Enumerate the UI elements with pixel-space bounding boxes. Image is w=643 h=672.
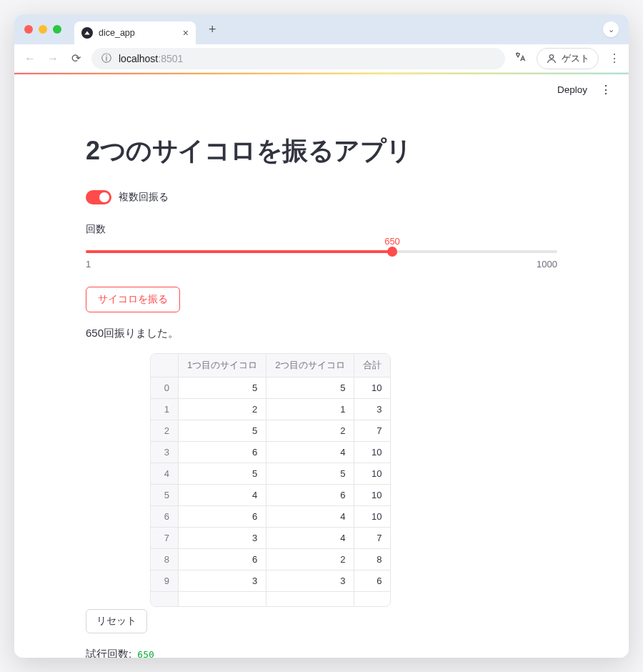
table-cell[interactable]: 4 bbox=[266, 442, 354, 463]
svg-point-0 bbox=[549, 54, 553, 58]
table-cell[interactable]: 5 bbox=[178, 420, 266, 442]
table-cell[interactable]: 3 bbox=[354, 399, 391, 420]
url-text: localhost:8501 bbox=[119, 53, 183, 64]
table-cell[interactable]: 8 bbox=[151, 549, 178, 570]
table-cell[interactable]: 2 bbox=[266, 549, 354, 570]
table-cell[interactable]: 5 bbox=[178, 377, 266, 399]
column-header[interactable]: 合計 bbox=[354, 354, 391, 377]
table-cell[interactable]: 7 bbox=[151, 528, 178, 549]
table-cell[interactable]: 2 bbox=[266, 420, 354, 442]
browser-tab[interactable]: dice_app × bbox=[74, 21, 196, 44]
maximize-window-button[interactable] bbox=[53, 25, 61, 34]
count-slider[interactable]: 650 bbox=[86, 250, 557, 253]
table-cell[interactable]: 9 bbox=[151, 570, 178, 592]
window-titlebar: dice_app × + ⌄ bbox=[14, 14, 629, 44]
tab-overflow-button[interactable]: ⌄ bbox=[603, 21, 619, 37]
table-cell[interactable]: 4 bbox=[178, 485, 266, 506]
window-controls bbox=[24, 25, 61, 34]
new-tab-button[interactable]: + bbox=[209, 22, 216, 37]
table-cell[interactable]: 10 bbox=[354, 485, 391, 506]
table-cell[interactable]: 1 bbox=[151, 399, 178, 420]
trial-count-value: 650 bbox=[137, 649, 154, 658]
table-cell[interactable]: 6 bbox=[266, 485, 354, 506]
multi-roll-toggle-row: 複数回振る bbox=[86, 190, 557, 204]
table-cell[interactable]: 3 bbox=[178, 570, 266, 592]
table-cell[interactable]: 5 bbox=[266, 377, 354, 399]
table-cell[interactable]: 5 bbox=[178, 463, 266, 485]
table-cell[interactable]: 6 bbox=[178, 442, 266, 463]
table-row[interactable]: 9336 bbox=[151, 570, 390, 592]
table-cell[interactable]: 8 bbox=[354, 549, 391, 570]
streamlit-header: Deploy ⋮ bbox=[14, 74, 629, 105]
table-cell[interactable] bbox=[178, 592, 266, 606]
multi-roll-toggle[interactable] bbox=[86, 190, 111, 204]
table-cell[interactable]: 1 bbox=[266, 399, 354, 420]
table-cell[interactable]: 0 bbox=[151, 377, 178, 399]
table-cell[interactable]: 6 bbox=[354, 570, 391, 592]
slider-max: 1000 bbox=[537, 259, 557, 270]
forward-button[interactable]: → bbox=[46, 52, 60, 65]
table-cell[interactable]: 3 bbox=[151, 442, 178, 463]
table-row[interactable] bbox=[151, 592, 390, 606]
back-button[interactable]: ← bbox=[23, 52, 37, 65]
table-cell[interactable] bbox=[151, 592, 178, 606]
reset-button[interactable]: リセット bbox=[86, 609, 147, 633]
results-table[interactable]: 1つ目のサイコロ2つ目のサイコロ合計 055101213252736410455… bbox=[150, 353, 391, 607]
table-row[interactable]: 8628 bbox=[151, 549, 390, 570]
table-cell[interactable]: 10 bbox=[354, 506, 391, 528]
trial-count-label: 試行回数: bbox=[86, 648, 131, 658]
tab-title: dice_app bbox=[99, 28, 177, 38]
column-header[interactable]: 1つ目のサイコロ bbox=[178, 354, 266, 377]
table-cell[interactable]: 10 bbox=[354, 463, 391, 485]
trial-count-row: 試行回数: 650 bbox=[86, 648, 557, 658]
column-header[interactable]: 2つ目のサイコロ bbox=[266, 354, 354, 377]
roll-dice-button[interactable]: サイコロを振る bbox=[86, 287, 180, 312]
table-cell[interactable]: 2 bbox=[151, 420, 178, 442]
table-cell[interactable]: 3 bbox=[178, 528, 266, 549]
table-row[interactable]: 36410 bbox=[151, 442, 390, 463]
table-cell[interactable]: 7 bbox=[354, 420, 391, 442]
table-row[interactable]: 7347 bbox=[151, 528, 390, 549]
profile-button[interactable]: ゲスト bbox=[537, 48, 599, 69]
table-cell[interactable]: 6 bbox=[151, 506, 178, 528]
table-cell[interactable]: 7 bbox=[354, 528, 391, 549]
table-cell[interactable]: 4 bbox=[151, 463, 178, 485]
status-text: 650回振りました。 bbox=[86, 327, 557, 340]
address-bar[interactable]: ⓘ localhost:8501 bbox=[91, 48, 505, 69]
table-row[interactable]: 05510 bbox=[151, 377, 390, 399]
slider-track bbox=[86, 250, 557, 253]
table-cell[interactable]: 10 bbox=[354, 442, 391, 463]
index-header[interactable] bbox=[151, 354, 178, 377]
toggle-label: 複数回振る bbox=[119, 191, 169, 204]
app-menu-icon[interactable]: ⋮ bbox=[600, 83, 612, 97]
reload-button[interactable]: ⟳ bbox=[69, 51, 83, 65]
deploy-button[interactable]: Deploy bbox=[557, 84, 587, 95]
table-cell[interactable] bbox=[266, 592, 354, 606]
site-info-icon[interactable]: ⓘ bbox=[101, 52, 111, 65]
table-cell[interactable]: 4 bbox=[266, 506, 354, 528]
table-cell[interactable]: 2 bbox=[178, 399, 266, 420]
table-cell[interactable] bbox=[354, 592, 391, 606]
table-cell[interactable]: 4 bbox=[266, 528, 354, 549]
translate-icon[interactable] bbox=[514, 51, 527, 66]
table-cell[interactable]: 5 bbox=[266, 463, 354, 485]
slider-thumb[interactable] bbox=[387, 247, 397, 257]
close-tab-icon[interactable]: × bbox=[183, 27, 189, 39]
table-row[interactable]: 1213 bbox=[151, 399, 390, 420]
close-window-button[interactable] bbox=[24, 25, 33, 34]
table-cell[interactable]: 5 bbox=[151, 485, 178, 506]
app-viewport[interactable]: Deploy ⋮ 2つのサイコロを振るアプリ 複数回振る 回数 650 1 bbox=[14, 74, 629, 658]
table-cell[interactable]: 3 bbox=[266, 570, 354, 592]
browser-menu-icon[interactable]: ⋮ bbox=[609, 51, 620, 65]
table-cell[interactable]: 6 bbox=[178, 549, 266, 570]
table-row[interactable]: 66410 bbox=[151, 506, 390, 528]
table-cell[interactable]: 6 bbox=[178, 506, 266, 528]
table-row[interactable]: 45510 bbox=[151, 463, 390, 485]
table-row[interactable]: 2527 bbox=[151, 420, 390, 442]
table-row[interactable]: 54610 bbox=[151, 485, 390, 506]
main-content: 2つのサイコロを振るアプリ 複数回振る 回数 650 1 1000 サイコロを振… bbox=[71, 105, 572, 658]
minimize-window-button[interactable] bbox=[39, 25, 47, 34]
streamlit-favicon-icon bbox=[81, 27, 93, 39]
table-cell[interactable]: 10 bbox=[354, 377, 391, 399]
slider-value-label: 650 bbox=[384, 236, 400, 247]
